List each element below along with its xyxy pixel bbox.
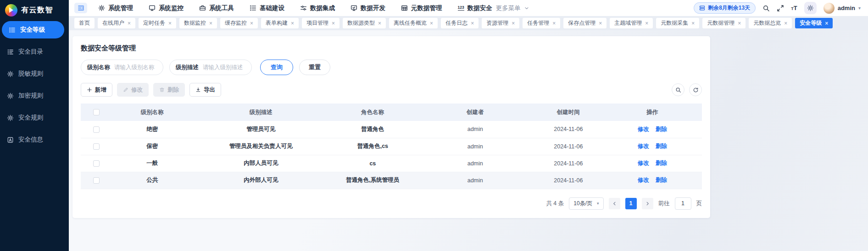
tab-数据监控[interactable]: 数据监控× bbox=[179, 18, 217, 28]
font-size-icon[interactable]: TT bbox=[791, 5, 797, 11]
row-checkbox[interactable] bbox=[93, 177, 100, 184]
export-button[interactable]: 导出 bbox=[189, 83, 221, 97]
row-checkbox[interactable] bbox=[93, 143, 100, 150]
close-icon[interactable]: × bbox=[738, 21, 741, 26]
next-page-button[interactable] bbox=[642, 198, 653, 209]
close-icon[interactable]: × bbox=[784, 21, 787, 26]
table-row[interactable]: 一般内部人员可见csadmin2024-11-06修改删除 bbox=[81, 155, 702, 172]
search-icon[interactable] bbox=[762, 5, 770, 12]
topnav-item-数据集成[interactable]: 数据集成 bbox=[300, 4, 335, 12]
topnav-item-数据开发[interactable]: 数据开发 bbox=[351, 4, 385, 12]
edit-button[interactable]: 修改 bbox=[117, 83, 149, 97]
close-icon[interactable]: × bbox=[168, 21, 172, 26]
row-action-删除[interactable]: 删除 bbox=[656, 126, 667, 132]
tab-任务管理[interactable]: 任务管理× bbox=[523, 18, 560, 28]
close-icon[interactable]: × bbox=[512, 21, 515, 26]
tab-任务日志[interactable]: 任务日志× bbox=[441, 18, 479, 28]
table-row[interactable]: 公共内外部人可见普通角色,系统管理员admin2024-11-06修改删除 bbox=[81, 172, 702, 189]
search-button[interactable]: 查询 bbox=[260, 60, 293, 75]
sidebar-item-加密规则[interactable]: 加密规则 bbox=[0, 87, 64, 104]
tab-元数据总览[interactable]: 元数据总览× bbox=[749, 18, 792, 28]
sidebar-item-安全信息[interactable]: 安全信息 bbox=[0, 131, 64, 148]
tab-缓存监控[interactable]: 缓存监控× bbox=[220, 18, 258, 28]
row-action-删除[interactable]: 删除 bbox=[656, 160, 667, 166]
refresh-icon[interactable] bbox=[689, 83, 702, 96]
fullscreen-icon[interactable] bbox=[777, 5, 784, 12]
monitor-icon bbox=[149, 5, 156, 11]
topnav-item-系统管理[interactable]: 系统管理 bbox=[98, 4, 133, 12]
tab-项目管理[interactable]: 项目管理× bbox=[302, 18, 339, 28]
cell-actions: 修改删除 bbox=[602, 121, 702, 138]
tab-资源管理[interactable]: 资源管理× bbox=[482, 18, 519, 28]
license-badge[interactable]: 剩余8月剩余13天 bbox=[694, 2, 756, 14]
tab-主题域管理[interactable]: 主题域管理× bbox=[610, 18, 653, 28]
reset-button[interactable]: 重置 bbox=[299, 60, 330, 75]
tab-定时任务[interactable]: 定时任务× bbox=[139, 18, 176, 28]
table-row[interactable]: 保密管理员及相关负责人可见普通角色,csadmin2024-11-06修改删除 bbox=[81, 138, 702, 155]
row-action-删除[interactable]: 删除 bbox=[656, 143, 667, 149]
tab-bar: 首页在线用户×定时任务×数据监控×缓存监控×表单构建×项目管理×数据源类型×离线… bbox=[69, 16, 868, 30]
sidebar-item-安全规则[interactable]: 安全规则 bbox=[0, 109, 64, 126]
tab-元数据采集[interactable]: 元数据采集× bbox=[656, 18, 699, 28]
topnav-item-系统工具[interactable]: 系统工具 bbox=[199, 4, 234, 12]
page-size-select[interactable]: 10条/页 ▾ bbox=[569, 197, 603, 210]
tab-元数据管理[interactable]: 元数据管理× bbox=[702, 18, 746, 28]
close-icon[interactable]: × bbox=[599, 21, 602, 26]
add-button[interactable]: 新增 bbox=[81, 83, 112, 97]
current-page-button[interactable]: 1 bbox=[625, 198, 637, 209]
close-icon[interactable]: × bbox=[430, 21, 433, 26]
topnav-item-基础建设[interactable]: 基础建设 bbox=[250, 4, 284, 12]
sidebar-item-安全等级[interactable]: 安全等级 bbox=[2, 21, 64, 38]
close-icon[interactable]: × bbox=[645, 21, 648, 26]
row-action-修改[interactable]: 修改 bbox=[638, 126, 649, 132]
select-all-checkbox[interactable] bbox=[93, 109, 100, 115]
goto-page-input[interactable] bbox=[675, 197, 691, 210]
tab-安全等级[interactable]: 安全等级× bbox=[795, 18, 833, 28]
row-action-修改[interactable]: 修改 bbox=[638, 160, 649, 166]
prev-page-button[interactable] bbox=[609, 198, 620, 209]
row-action-修改[interactable]: 修改 bbox=[638, 177, 649, 183]
row-checkbox[interactable] bbox=[93, 160, 100, 167]
row-action-删除[interactable]: 删除 bbox=[656, 177, 667, 183]
trash-icon bbox=[159, 87, 165, 93]
close-icon[interactable]: × bbox=[250, 21, 253, 26]
level-name-field[interactable]: 级别名称 bbox=[81, 60, 163, 75]
tab-首页[interactable]: 首页 bbox=[74, 18, 95, 28]
topnav-item-系统监控[interactable]: 系统监控 bbox=[149, 4, 184, 12]
table-row[interactable]: 绝密管理员可见普通角色admin2024-11-06修改删除 bbox=[81, 121, 702, 138]
close-icon[interactable]: × bbox=[691, 21, 695, 26]
more-menu[interactable]: 更多菜单 bbox=[496, 4, 529, 12]
level-desc-field[interactable]: 级别描述 bbox=[169, 60, 252, 75]
settings-gear-icon[interactable] bbox=[804, 2, 817, 14]
close-icon[interactable]: × bbox=[209, 21, 212, 26]
sidebar-item-安全目录[interactable]: 安全目录 bbox=[0, 43, 64, 60]
row-checkbox[interactable] bbox=[93, 126, 100, 133]
sidebar-item-脱敏规则[interactable]: 脱敏规则 bbox=[0, 65, 64, 82]
close-icon[interactable]: × bbox=[378, 21, 381, 26]
cell-level-desc: 管理员可见 bbox=[193, 121, 329, 138]
close-icon[interactable]: × bbox=[128, 21, 131, 26]
level-desc-input[interactable] bbox=[203, 64, 245, 71]
close-icon[interactable]: × bbox=[291, 21, 294, 26]
cell-actions: 修改删除 bbox=[602, 155, 702, 172]
tab-离线任务概览[interactable]: 离线任务概览× bbox=[389, 18, 438, 28]
tab-保存点管理[interactable]: 保存点管理× bbox=[563, 18, 606, 28]
tab-在线用户[interactable]: 在线用户× bbox=[98, 18, 135, 28]
close-icon[interactable]: × bbox=[552, 21, 556, 26]
table-body: 绝密管理员可见普通角色admin2024-11-06修改删除保密管理员及相关负责… bbox=[81, 121, 702, 189]
topnav-item-数据安全[interactable]: 123数据安全 bbox=[458, 4, 492, 12]
level-name-input[interactable] bbox=[114, 64, 157, 71]
tab-表单构建[interactable]: 表单构建× bbox=[261, 18, 299, 28]
close-icon[interactable]: × bbox=[332, 21, 335, 26]
close-icon[interactable]: × bbox=[471, 21, 474, 26]
collapse-sidebar-icon[interactable] bbox=[74, 3, 87, 13]
delete-button[interactable]: 删除 bbox=[153, 83, 185, 97]
sidebar: 有云数智 安全等级安全目录脱敏规则加密规则安全规则安全信息 bbox=[0, 0, 69, 251]
close-icon[interactable]: × bbox=[825, 21, 828, 26]
tab-label: 数据监控 bbox=[184, 19, 206, 27]
tab-数据源类型[interactable]: 数据源类型× bbox=[343, 18, 386, 28]
user-menu[interactable]: admin ▾ bbox=[823, 3, 861, 14]
toggle-search-icon[interactable] bbox=[672, 83, 684, 96]
topnav-item-元数据管理[interactable]: 元数据管理 bbox=[401, 4, 442, 12]
row-action-修改[interactable]: 修改 bbox=[638, 143, 649, 149]
